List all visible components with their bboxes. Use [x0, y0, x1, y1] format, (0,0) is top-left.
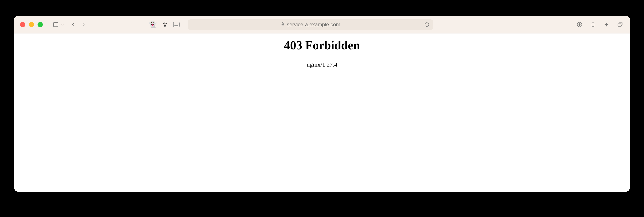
- tab-groups-dropdown[interactable]: [60, 20, 65, 29]
- address-bar[interactable]: service-a.example.com: [188, 19, 433, 30]
- extension-icons: 👻: [149, 20, 180, 29]
- svg-point-3: [164, 22, 166, 24]
- window-controls: [20, 22, 43, 27]
- tab-overview-button[interactable]: [616, 20, 624, 29]
- reload-button[interactable]: [424, 21, 430, 28]
- svg-point-4: [166, 23, 167, 24]
- browser-toolbar: 👻 service-a.example.com: [14, 16, 630, 34]
- window-maximize-button[interactable]: [38, 22, 43, 27]
- share-button[interactable]: [589, 20, 597, 29]
- ghost-extension-icon[interactable]: 👻: [149, 21, 157, 28]
- window-close-button[interactable]: [20, 22, 26, 27]
- svg-point-5: [164, 25, 166, 27]
- page-content: 403 Forbidden nginx/1.27.4: [14, 34, 630, 68]
- address-bar-host: service-a.example.com: [287, 22, 340, 28]
- window-minimize-button[interactable]: [29, 22, 34, 27]
- downloads-button[interactable]: [576, 20, 584, 29]
- reader-extension-icon[interactable]: [173, 22, 180, 27]
- address-bar-content: service-a.example.com: [281, 22, 340, 28]
- new-tab-button[interactable]: [602, 20, 610, 29]
- back-button[interactable]: [69, 20, 78, 29]
- browser-window: 👻 service-a.example.com: [14, 16, 630, 192]
- error-heading: 403 Forbidden: [14, 38, 630, 52]
- paw-extension-icon[interactable]: [160, 20, 169, 29]
- svg-point-2: [163, 23, 164, 24]
- forward-button[interactable]: [79, 20, 88, 29]
- toolbar-right-group: [576, 20, 624, 29]
- lock-icon: [281, 22, 285, 28]
- sidebar-toggle-button[interactable]: [52, 20, 60, 29]
- toolbar-left-group: [52, 20, 88, 29]
- server-signature: nginx/1.27.4: [14, 61, 630, 68]
- svg-rect-11: [618, 23, 621, 27]
- divider: [17, 57, 627, 57]
- svg-rect-0: [54, 22, 58, 27]
